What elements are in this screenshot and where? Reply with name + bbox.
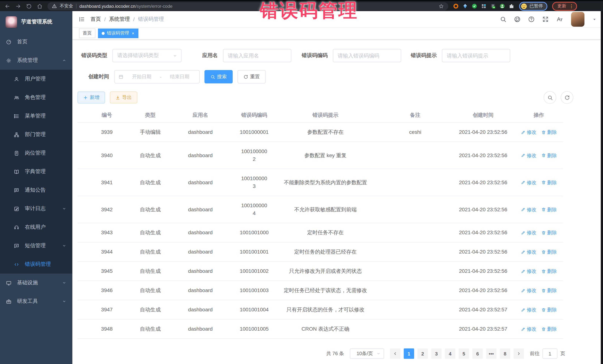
cell-create-time: 2021-04-20 23:52:56 <box>452 173 515 192</box>
breadcrumb: 首页/系统管理/错误码管理 <box>91 16 164 22</box>
tag[interactable]: 错误码管理 × <box>98 28 139 38</box>
cell-error-hint: 只允许修改为开启或者关闭状态 <box>272 262 379 281</box>
browser-forward-icon[interactable] <box>15 3 21 9</box>
edit-link[interactable]: 修改 <box>521 229 536 236</box>
sidebar-item-sms[interactable]: 短信管理 <box>0 236 72 255</box>
ext-v-icon[interactable] <box>472 3 477 9</box>
pager-page-2[interactable]: 2 <box>417 348 428 359</box>
export-button[interactable]: 导出 <box>110 92 137 103</box>
toolbox-icon <box>6 298 12 304</box>
refresh-table-button[interactable] <box>561 91 573 104</box>
browser-menu-kebab-icon[interactable] <box>569 3 574 9</box>
edit-link[interactable]: 修改 <box>521 178 536 186</box>
show-search-button[interactable] <box>544 91 556 104</box>
sidebar-item-user[interactable]: 用户管理 <box>0 70 72 88</box>
delete-link[interactable]: 删除 <box>541 267 557 275</box>
github-icon[interactable] <box>514 16 521 22</box>
pager-page-8[interactable]: 8 <box>500 348 510 359</box>
edit-link[interactable]: 修改 <box>521 267 536 275</box>
edit-link[interactable]: 修改 <box>521 287 536 294</box>
search-button[interactable]: 搜索 <box>204 70 233 83</box>
ext-person-icon[interactable] <box>499 3 505 9</box>
app-name-label: 应用名 <box>202 52 218 59</box>
cell-app-name: dashboard <box>164 262 236 281</box>
tag[interactable]: 首页 <box>79 28 95 38</box>
font-size-icon[interactable] <box>556 16 563 22</box>
ext-puzzle-icon[interactable] <box>509 3 514 9</box>
pager-page-4[interactable]: 4 <box>445 348 455 359</box>
edit-link[interactable]: 修改 <box>521 306 536 314</box>
delete-link[interactable]: 删除 <box>541 206 557 213</box>
delete-link[interactable]: 删除 <box>541 128 557 136</box>
app-name-input[interactable] <box>223 49 291 62</box>
delete-link[interactable]: 删除 <box>541 151 557 159</box>
sidebar-item-error-code[interactable]: 错误码管理 <box>0 255 72 274</box>
sidebar-item-dev-tool[interactable]: 研发工具 <box>0 292 72 311</box>
edit-link[interactable]: 修改 <box>521 248 536 256</box>
sidebar-item-system[interactable]: 系统管理 <box>0 51 72 70</box>
pager-more[interactable]: ••• <box>486 348 497 359</box>
breadcrumb-item[interactable]: 首页 <box>91 16 101 22</box>
browser-back-icon[interactable] <box>4 3 10 9</box>
pager-prev-button[interactable] <box>390 348 400 359</box>
ext-grid-icon[interactable] <box>481 3 487 9</box>
date-range-picker[interactable]: 开始日期 - 结束日期 <box>114 70 200 83</box>
delete-link[interactable]: 删除 <box>541 178 557 186</box>
edit-link[interactable]: 修改 <box>521 151 536 159</box>
add-button[interactable]: 新增 <box>78 92 105 103</box>
pager-page-1[interactable]: 1 <box>404 348 414 359</box>
fullscreen-icon[interactable] <box>542 16 549 22</box>
sidebar-item-notice[interactable]: 通知公告 <box>0 181 72 199</box>
pager-next-button[interactable] <box>514 348 524 359</box>
breadcrumb-item[interactable]: 系统管理 <box>109 16 130 22</box>
bookmark-star-icon[interactable] <box>439 3 444 9</box>
page-size-select[interactable]: 10条/页 <box>350 348 384 359</box>
pager-page-5[interactable]: 5 <box>459 348 469 359</box>
goto-page-input[interactable] <box>543 348 557 359</box>
error-type-select[interactable]: 请选择错误码类型 <box>112 49 181 62</box>
edit-link[interactable]: 修改 <box>521 325 536 333</box>
window-scrollbar[interactable] <box>601 11 603 364</box>
avatar-caret-down-icon[interactable] <box>592 16 597 22</box>
sidebar-item-home[interactable]: 首页 <box>0 33 72 51</box>
sidebar-item-audit-log[interactable]: 审计日志 <box>0 199 72 218</box>
sidebar-item-post[interactable]: 岗位管理 <box>0 144 72 162</box>
sidebar-fold-icon[interactable] <box>78 16 85 22</box>
cell-app-name: dashboard <box>164 281 236 300</box>
docs-question-icon[interactable] <box>528 16 535 22</box>
sidebar-item-menu[interactable]: 菜单管理 <box>0 107 72 125</box>
edit-link[interactable]: 修改 <box>521 128 536 136</box>
pager-page-6[interactable]: 6 <box>472 348 483 359</box>
delete-link[interactable]: 删除 <box>541 287 557 294</box>
sidebar-item-label: 审计日志 <box>25 205 62 212</box>
sidebar-logo-row[interactable]: 芋道管理系统 <box>0 11 72 33</box>
delete-link[interactable]: 删除 <box>541 306 557 314</box>
browser-reload-icon[interactable] <box>26 3 32 9</box>
tag-close-icon[interactable]: × <box>131 31 135 35</box>
column-header: 操作 <box>515 108 563 122</box>
error-hint-input[interactable] <box>442 49 510 62</box>
address-bar[interactable]: 不安全 dashboard.yudao.iocoder.cn/system/er… <box>47 2 448 10</box>
pager-page-3[interactable]: 3 <box>431 348 441 359</box>
delete-link[interactable]: 删除 <box>541 248 557 256</box>
sidebar-item-role[interactable]: 角色管理 <box>0 88 72 107</box>
edit-link[interactable]: 修改 <box>521 206 536 213</box>
sidebar-item-dept[interactable]: 部门管理 <box>0 125 72 144</box>
error-code-input[interactable] <box>333 49 401 62</box>
profile-paused-chip[interactable]: 已暂停 <box>519 2 547 11</box>
reset-button[interactable]: 重置 <box>237 70 266 83</box>
browser-update-chip[interactable]: 更新 <box>552 2 577 11</box>
sidebar-item-online-user[interactable]: 在线用户 <box>0 218 72 236</box>
delete-link[interactable]: 删除 <box>541 229 557 236</box>
user-avatar[interactable] <box>571 12 584 26</box>
filter-app-name: 应用名 <box>202 49 291 62</box>
delete-link[interactable]: 删除 <box>541 325 557 333</box>
cell-type: 自动生成 <box>136 200 164 219</box>
search-icon[interactable] <box>500 16 507 22</box>
sidebar-item-dict[interactable]: 字典管理 <box>0 162 72 181</box>
ext-gem-icon[interactable] <box>462 3 468 9</box>
sidebar-item-infra[interactable]: 基础设施 <box>0 274 72 292</box>
ext-list-icon[interactable] <box>490 3 496 9</box>
browser-home-icon[interactable] <box>37 3 43 9</box>
ext-ring-icon[interactable] <box>453 3 459 9</box>
